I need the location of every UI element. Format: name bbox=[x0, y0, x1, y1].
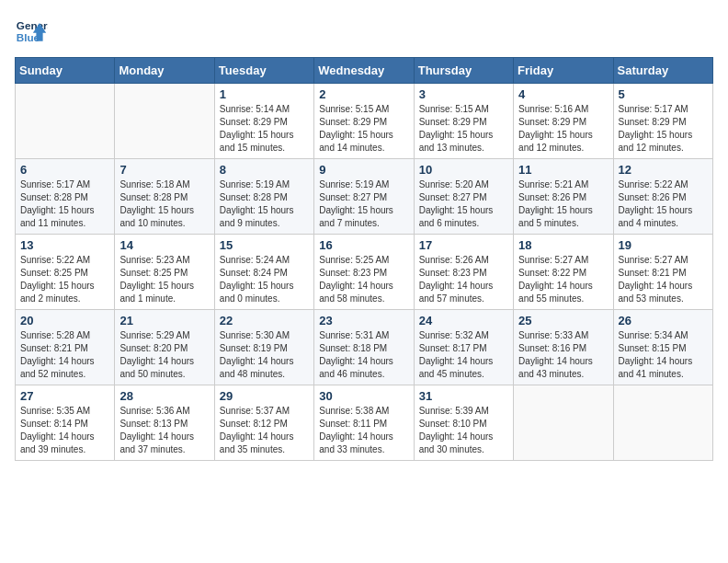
day-info: Sunrise: 5:15 AM Sunset: 8:29 PM Dayligh… bbox=[319, 103, 408, 155]
day-number: 3 bbox=[419, 87, 508, 101]
day-info: Sunrise: 5:28 AM Sunset: 8:21 PM Dayligh… bbox=[20, 329, 109, 381]
day-info: Sunrise: 5:24 AM Sunset: 8:24 PM Dayligh… bbox=[220, 254, 309, 305]
calendar-cell: 14Sunrise: 5:23 AM Sunset: 8:25 PM Dayli… bbox=[115, 235, 214, 310]
day-info: Sunrise: 5:27 AM Sunset: 8:21 PM Dayligh… bbox=[619, 254, 708, 305]
day-info: Sunrise: 5:18 AM Sunset: 8:28 PM Dayligh… bbox=[119, 178, 209, 230]
calendar-cell: 6Sunrise: 5:17 AM Sunset: 8:28 PM Daylig… bbox=[16, 159, 115, 235]
calendar-cell: 4Sunrise: 5:16 AM Sunset: 8:29 PM Daylig… bbox=[514, 84, 613, 159]
day-info: Sunrise: 5:37 AM Sunset: 8:12 PM Dayligh… bbox=[220, 405, 309, 456]
calendar-cell: 30Sunrise: 5:38 AM Sunset: 8:11 PM Dayli… bbox=[314, 385, 414, 461]
day-number: 8 bbox=[220, 163, 309, 177]
day-info: Sunrise: 5:33 AM Sunset: 8:16 PM Dayligh… bbox=[518, 329, 608, 381]
day-number: 1 bbox=[220, 87, 309, 101]
day-info: Sunrise: 5:31 AM Sunset: 8:18 PM Dayligh… bbox=[319, 329, 408, 381]
calendar-cell: 1Sunrise: 5:14 AM Sunset: 8:29 PM Daylig… bbox=[214, 84, 313, 159]
calendar-cell: 29Sunrise: 5:37 AM Sunset: 8:12 PM Dayli… bbox=[214, 385, 313, 461]
day-number: 26 bbox=[619, 314, 708, 327]
day-number: 30 bbox=[319, 389, 408, 403]
calendar-cell: 11Sunrise: 5:21 AM Sunset: 8:26 PM Dayli… bbox=[514, 159, 613, 235]
day-number: 14 bbox=[119, 238, 209, 252]
day-number: 15 bbox=[220, 238, 309, 252]
calendar-cell: 15Sunrise: 5:24 AM Sunset: 8:24 PM Dayli… bbox=[214, 235, 313, 310]
calendar-cell: 19Sunrise: 5:27 AM Sunset: 8:21 PM Dayli… bbox=[613, 235, 712, 310]
day-number: 7 bbox=[119, 163, 209, 177]
weekday-header-tuesday: Tuesday bbox=[214, 58, 313, 84]
calendar-week-1: 6Sunrise: 5:17 AM Sunset: 8:28 PM Daylig… bbox=[16, 159, 713, 235]
calendar-week-4: 27Sunrise: 5:35 AM Sunset: 8:14 PM Dayli… bbox=[16, 385, 713, 461]
day-number: 9 bbox=[319, 163, 408, 177]
calendar-cell: 31Sunrise: 5:39 AM Sunset: 8:10 PM Dayli… bbox=[414, 385, 513, 461]
calendar-cell: 23Sunrise: 5:31 AM Sunset: 8:18 PM Dayli… bbox=[314, 310, 414, 385]
page-header: General Blue bbox=[15, 15, 713, 48]
weekday-header-saturday: Saturday bbox=[613, 58, 712, 84]
weekday-header-thursday: Thursday bbox=[414, 58, 513, 84]
day-number: 11 bbox=[518, 163, 608, 177]
day-number: 17 bbox=[419, 238, 508, 252]
day-number: 5 bbox=[619, 87, 708, 101]
calendar-cell: 16Sunrise: 5:25 AM Sunset: 8:23 PM Dayli… bbox=[314, 235, 414, 310]
day-info: Sunrise: 5:29 AM Sunset: 8:20 PM Dayligh… bbox=[119, 329, 209, 381]
weekday-row: SundayMondayTuesdayWednesdayThursdayFrid… bbox=[16, 58, 713, 84]
day-info: Sunrise: 5:19 AM Sunset: 8:27 PM Dayligh… bbox=[319, 178, 408, 230]
calendar-cell: 24Sunrise: 5:32 AM Sunset: 8:17 PM Dayli… bbox=[414, 310, 513, 385]
calendar-cell: 2Sunrise: 5:15 AM Sunset: 8:29 PM Daylig… bbox=[314, 84, 414, 159]
day-number: 20 bbox=[20, 314, 109, 327]
day-number: 28 bbox=[119, 389, 209, 403]
calendar-cell: 18Sunrise: 5:27 AM Sunset: 8:22 PM Dayli… bbox=[514, 235, 613, 310]
day-info: Sunrise: 5:16 AM Sunset: 8:29 PM Dayligh… bbox=[518, 103, 608, 155]
day-number: 6 bbox=[20, 163, 109, 177]
day-info: Sunrise: 5:22 AM Sunset: 8:26 PM Dayligh… bbox=[619, 178, 708, 230]
calendar-cell: 28Sunrise: 5:36 AM Sunset: 8:13 PM Dayli… bbox=[115, 385, 214, 461]
day-info: Sunrise: 5:36 AM Sunset: 8:13 PM Dayligh… bbox=[119, 405, 209, 456]
day-number: 22 bbox=[220, 314, 309, 327]
day-info: Sunrise: 5:21 AM Sunset: 8:26 PM Dayligh… bbox=[518, 178, 608, 230]
day-info: Sunrise: 5:20 AM Sunset: 8:27 PM Dayligh… bbox=[419, 178, 508, 230]
day-info: Sunrise: 5:14 AM Sunset: 8:29 PM Dayligh… bbox=[220, 103, 309, 155]
day-number: 18 bbox=[518, 238, 608, 252]
day-number: 4 bbox=[518, 87, 608, 101]
calendar-cell: 22Sunrise: 5:30 AM Sunset: 8:19 PM Dayli… bbox=[214, 310, 313, 385]
weekday-header-wednesday: Wednesday bbox=[314, 58, 414, 84]
day-info: Sunrise: 5:15 AM Sunset: 8:29 PM Dayligh… bbox=[419, 103, 508, 155]
calendar-cell: 17Sunrise: 5:26 AM Sunset: 8:23 PM Dayli… bbox=[414, 235, 513, 310]
day-number: 21 bbox=[119, 314, 209, 327]
calendar-cell: 13Sunrise: 5:22 AM Sunset: 8:25 PM Dayli… bbox=[16, 235, 115, 310]
calendar-cell: 10Sunrise: 5:20 AM Sunset: 8:27 PM Dayli… bbox=[414, 159, 513, 235]
calendar-cell: 3Sunrise: 5:15 AM Sunset: 8:29 PM Daylig… bbox=[414, 84, 513, 159]
calendar-cell: 8Sunrise: 5:19 AM Sunset: 8:28 PM Daylig… bbox=[214, 159, 313, 235]
calendar-cell: 12Sunrise: 5:22 AM Sunset: 8:26 PM Dayli… bbox=[613, 159, 712, 235]
calendar-cell bbox=[514, 385, 613, 461]
day-info: Sunrise: 5:19 AM Sunset: 8:28 PM Dayligh… bbox=[220, 178, 309, 230]
calendar-week-0: 1Sunrise: 5:14 AM Sunset: 8:29 PM Daylig… bbox=[16, 84, 713, 159]
calendar-cell bbox=[16, 84, 115, 159]
day-number: 24 bbox=[419, 314, 508, 327]
day-info: Sunrise: 5:32 AM Sunset: 8:17 PM Dayligh… bbox=[419, 329, 508, 381]
calendar-cell: 20Sunrise: 5:28 AM Sunset: 8:21 PM Dayli… bbox=[16, 310, 115, 385]
weekday-header-monday: Monday bbox=[115, 58, 214, 84]
day-info: Sunrise: 5:17 AM Sunset: 8:29 PM Dayligh… bbox=[619, 103, 708, 155]
day-info: Sunrise: 5:27 AM Sunset: 8:22 PM Dayligh… bbox=[518, 254, 608, 305]
logo: General Blue bbox=[15, 15, 48, 48]
day-number: 29 bbox=[220, 389, 309, 403]
day-info: Sunrise: 5:39 AM Sunset: 8:10 PM Dayligh… bbox=[419, 405, 508, 456]
day-info: Sunrise: 5:22 AM Sunset: 8:25 PM Dayligh… bbox=[20, 254, 109, 305]
day-number: 10 bbox=[419, 163, 508, 177]
day-number: 31 bbox=[419, 389, 508, 403]
calendar-cell: 26Sunrise: 5:34 AM Sunset: 8:15 PM Dayli… bbox=[613, 310, 712, 385]
day-number: 2 bbox=[319, 87, 408, 101]
day-info: Sunrise: 5:35 AM Sunset: 8:14 PM Dayligh… bbox=[20, 405, 109, 456]
calendar-cell bbox=[115, 84, 214, 159]
day-info: Sunrise: 5:17 AM Sunset: 8:28 PM Dayligh… bbox=[20, 178, 109, 230]
day-number: 13 bbox=[20, 238, 109, 252]
day-info: Sunrise: 5:38 AM Sunset: 8:11 PM Dayligh… bbox=[319, 405, 408, 456]
calendar-cell: 27Sunrise: 5:35 AM Sunset: 8:14 PM Dayli… bbox=[16, 385, 115, 461]
calendar-cell: 7Sunrise: 5:18 AM Sunset: 8:28 PM Daylig… bbox=[115, 159, 214, 235]
day-number: 27 bbox=[20, 389, 109, 403]
calendar-body: 1Sunrise: 5:14 AM Sunset: 8:29 PM Daylig… bbox=[16, 84, 713, 461]
day-number: 19 bbox=[619, 238, 708, 252]
logo-icon: General Blue bbox=[15, 15, 48, 48]
weekday-header-friday: Friday bbox=[514, 58, 613, 84]
day-number: 16 bbox=[319, 238, 408, 252]
calendar-header: SundayMondayTuesdayWednesdayThursdayFrid… bbox=[16, 58, 713, 84]
calendar-cell: 9Sunrise: 5:19 AM Sunset: 8:27 PM Daylig… bbox=[314, 159, 414, 235]
